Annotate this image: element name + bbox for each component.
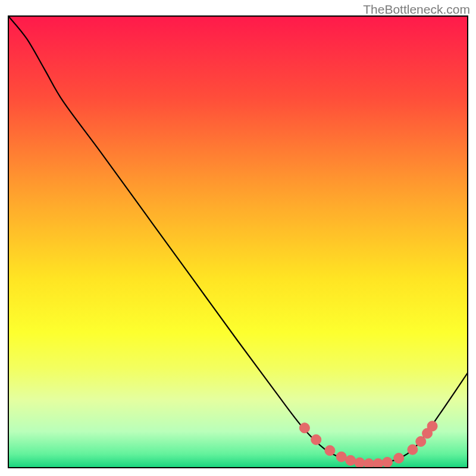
chart-stage: TheBottleneck.com bbox=[0, 0, 476, 476]
gradient-background bbox=[8, 16, 468, 468]
curve-marker bbox=[346, 455, 356, 465]
curve-marker bbox=[427, 421, 437, 431]
curve-marker bbox=[325, 446, 335, 456]
curve-marker bbox=[311, 434, 321, 444]
curve-marker bbox=[355, 458, 365, 468]
curve-marker bbox=[408, 444, 418, 455]
curve-marker bbox=[299, 423, 309, 433]
curve-marker bbox=[416, 436, 426, 446]
curve-marker bbox=[394, 453, 404, 464]
curve-marker bbox=[336, 452, 346, 462]
bottleneck-curve-chart bbox=[0, 0, 476, 476]
curve-marker bbox=[382, 457, 392, 467]
source-attribution: TheBottleneck.com bbox=[363, 2, 470, 17]
